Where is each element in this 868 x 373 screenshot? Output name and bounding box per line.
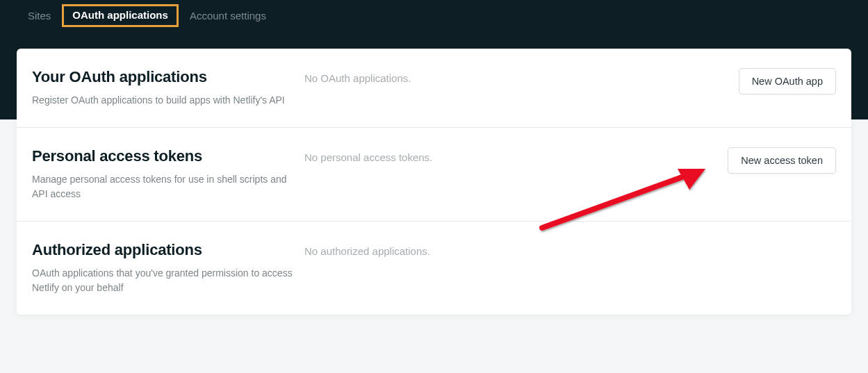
section-actions-tokens: New access token <box>728 147 836 174</box>
section-desc-authorized: OAuth applications that you've granted p… <box>32 266 304 295</box>
section-body-tokens: No personal access tokens. <box>304 147 728 164</box>
section-title-oauth: Your OAuth applications <box>32 68 304 86</box>
section-desc-oauth: Register OAuth applications to build app… <box>32 93 304 108</box>
section-authorized-apps: Authorized applications OAuth applicatio… <box>17 222 851 315</box>
section-actions-oauth: New OAuth app <box>739 68 836 94</box>
section-title-authorized: Authorized applications <box>32 241 304 259</box>
section-header-tokens: Personal access tokens Manage personal a… <box>32 147 304 201</box>
new-access-token-button[interactable]: New access token <box>728 147 836 174</box>
new-oauth-app-button[interactable]: New OAuth app <box>739 68 836 94</box>
nav-tabs: Sites OAuth applications Account setting… <box>17 0 851 27</box>
tab-sites[interactable]: Sites <box>17 4 62 27</box>
tab-account-settings[interactable]: Account settings <box>179 4 277 27</box>
empty-oauth-apps: No OAuth applications. <box>304 72 411 84</box>
section-header-oauth: Your OAuth applications Register OAuth a… <box>32 68 304 108</box>
section-title-tokens: Personal access tokens <box>32 147 304 165</box>
section-oauth-apps: Your OAuth applications Register OAuth a… <box>17 49 851 128</box>
tab-oauth-applications[interactable]: OAuth applications <box>62 4 179 27</box>
section-body-oauth: No OAuth applications. <box>304 68 739 85</box>
content-card: Your OAuth applications Register OAuth a… <box>17 49 851 315</box>
section-body-authorized: No authorized applications. <box>304 241 836 258</box>
empty-authorized-apps: No authorized applications. <box>304 245 430 257</box>
section-desc-tokens: Manage personal access tokens for use in… <box>32 172 304 201</box>
section-header-authorized: Authorized applications OAuth applicatio… <box>32 241 304 295</box>
section-personal-tokens: Personal access tokens Manage personal a… <box>17 128 851 222</box>
empty-personal-tokens: No personal access tokens. <box>304 151 432 163</box>
